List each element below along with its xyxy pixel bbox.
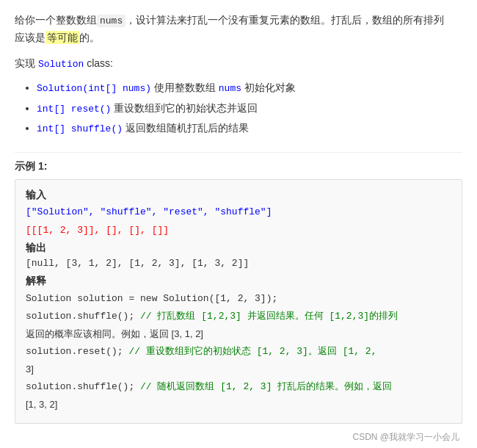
explain-code-3: solution.shuffle(); bbox=[26, 381, 134, 392]
method-desc2-0: 初始化对象 bbox=[244, 82, 296, 93]
section-divider bbox=[15, 152, 462, 153]
explain-extra-2: 3] bbox=[26, 361, 451, 377]
list-item: Solution(int[] nums) 使用整数数组 nums 初始化对象 bbox=[37, 78, 462, 98]
explain-extra-1: 返回的概率应该相同。例如，返回 [3, 1, 2] bbox=[26, 326, 451, 342]
explain-section: 解释 Solution solution = new Solution([1, … bbox=[26, 275, 451, 413]
implement-label2: class: bbox=[87, 57, 113, 69]
intro-text-line2pre: 应该是 bbox=[15, 32, 45, 43]
input-label: 输入 bbox=[26, 189, 451, 202]
explain-comment-3: // 随机返回数组 [1, 2, 3] 打乱后的结果。例如，返回 bbox=[134, 381, 392, 392]
input-line2: [[[1, 2, 3]], [], [], []] bbox=[26, 223, 451, 239]
list-item: int[] shuffle() 返回数组随机打乱后的结果 bbox=[37, 118, 462, 139]
input-line1-text: ["Solution", "shuffle", "reset", "shuffl… bbox=[26, 206, 272, 217]
nums-highlight: nums bbox=[97, 15, 125, 27]
intro-text-pre: 给你一个整数数组 bbox=[15, 14, 97, 26]
explain-line-1: solution.shuffle(); // 打乱数组 [1,2,3] 并返回结… bbox=[26, 308, 451, 325]
explain-extra-3: [1, 3, 2] bbox=[26, 397, 451, 413]
method-code-1: int[] reset() bbox=[37, 104, 111, 115]
output-value: [null, [3, 1, 2], [1, 2, 3], [1, 3, 2]] bbox=[26, 258, 451, 269]
explain-label: 解释 bbox=[26, 275, 451, 288]
explain-line-0: Solution solution = new Solution([1, 2, … bbox=[26, 291, 451, 307]
input-line1: ["Solution", "shuffle", "reset", "shuffl… bbox=[26, 205, 451, 220]
explain-comment-1: // 打乱数组 [1,2,3] 并返回结果。任何 [1,2,3]的排列 bbox=[134, 311, 398, 322]
intro-text-line2post: 的。 bbox=[79, 32, 100, 43]
input-line2-text: [[[1, 2, 3]], [], [], []] bbox=[26, 225, 169, 236]
explain-comment-2: // 重设数组到它的初始状态 [1, 2, 3]。返回 [1, 2, bbox=[123, 346, 377, 357]
implement-line: 实现 Solution class: bbox=[15, 57, 462, 71]
method-code-2: int[] shuffle() bbox=[37, 123, 123, 134]
intro-text-mid: ，设计算法来打乱一个没有重复元素的数组。打乱后，数组的所有排列 bbox=[125, 14, 444, 26]
method-desc-2: 返回数组随机打乱后的结果 bbox=[125, 122, 249, 134]
intro-paragraph: 给你一个整数数组nums，设计算法来打乱一个没有重复元素的数组。打乱后，数组的所… bbox=[15, 12, 462, 47]
methods-list: Solution(int[] nums) 使用整数数组 nums 初始化对象 i… bbox=[37, 78, 462, 139]
explain-code-1: solution.shuffle(); bbox=[26, 311, 134, 322]
footer: CSDN @我就学习一小会儿 bbox=[15, 431, 462, 444]
equal-likely-text: 等可能 bbox=[45, 31, 79, 44]
explain-line-3: solution.shuffle(); // 随机返回数组 [1, 2, 3] … bbox=[26, 379, 451, 395]
method-desc-1: 重设数组到它的初始状态并返回 bbox=[114, 102, 258, 114]
explain-code-0: Solution solution = new Solution([1, 2, … bbox=[26, 293, 277, 304]
method-code-0: Solution(int[] nums) bbox=[37, 83, 151, 94]
explain-code-2: solution.reset(); bbox=[26, 346, 123, 357]
list-item: int[] reset() 重设数组到它的初始状态并返回 bbox=[37, 98, 462, 119]
example-title: 示例 1: bbox=[15, 160, 462, 173]
explain-line-2: solution.reset(); // 重设数组到它的初始状态 [1, 2, … bbox=[26, 344, 451, 360]
output-label: 输出 bbox=[26, 242, 451, 255]
page-container: 给你一个整数数组nums，设计算法来打乱一个没有重复元素的数组。打乱后，数组的所… bbox=[0, 0, 477, 448]
method-nums-0: nums bbox=[219, 83, 241, 94]
method-desc-0: 使用整数数组 bbox=[154, 82, 219, 93]
class-name: Solution bbox=[38, 59, 84, 70]
example-box: 输入 ["Solution", "shuffle", "reset", "shu… bbox=[15, 179, 462, 424]
implement-label: 实现 bbox=[15, 57, 35, 69]
